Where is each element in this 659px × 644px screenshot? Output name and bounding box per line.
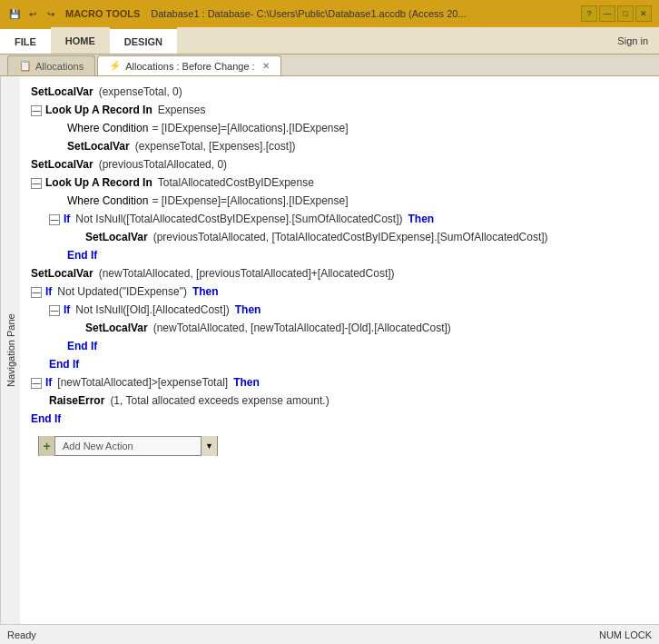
tab-close-icon[interactable]: ✕ (262, 61, 270, 71)
action-param-setlocalvar1: (expenseTotal, 0) (99, 85, 182, 98)
tab-before-change[interactable]: ⚡ Allocations : Before Change : ✕ (97, 55, 280, 75)
action-name-setlocalvar3: SetLocalVar (31, 158, 93, 171)
minimize-button[interactable]: — (599, 5, 615, 22)
title-bar-icons: 💾 ↩ ↪ (7, 6, 58, 21)
sign-in[interactable]: Sign in (606, 27, 659, 54)
action-target-lookup1: Expenses (158, 104, 206, 116)
save-icon[interactable]: 💾 (7, 6, 22, 21)
action-lookup1[interactable]: — Look Up A Record In Expenses (24, 102, 655, 120)
action-name-lookup1: Look Up A Record In (45, 104, 152, 116)
ribbon: FILE HOME DESIGN Sign in (0, 27, 659, 54)
ribbon-tab-file[interactable]: FILE (0, 27, 51, 54)
action-raiseerror[interactable]: RaiseError (1, Total allocated exceeds e… (24, 392, 655, 411)
where-condition1[interactable]: Where Condition = [IDExpense]=[Allocatio… (24, 120, 655, 138)
main-container: Navigation Pane SetLocalVar (expenseTota… (0, 76, 659, 624)
if-condition4: [newTotalAllocated]>[expenseTotal] (57, 376, 228, 389)
action-name-setlocalvar6: SetLocalVar (85, 322, 148, 334)
action-param-setlocalvar4: (previousTotalAllocated, [TotalAllocated… (153, 231, 548, 243)
add-action-dropdown-icon[interactable]: ▼ (201, 436, 217, 456)
action-param-setlocalvar5: (newTotalAllocated, [previousTotalAlloca… (99, 267, 395, 280)
action-name-lookup2: Look Up A Record In (45, 176, 152, 189)
where-param1: = [IDExpense]=[Allocations].[IDExpense] (152, 122, 348, 134)
ribbon-tab-design[interactable]: DESIGN (110, 27, 177, 54)
maximize-button[interactable]: □ (617, 5, 634, 22)
end-if-label1: End If (67, 249, 97, 262)
then-keyword2: Then (192, 285, 219, 298)
action-setlocalvar3[interactable]: SetLocalVar (previousTotalAllocated, 0) (24, 156, 655, 174)
action-target-lookup2: TotalAllocatedCostByIDExpense (158, 176, 314, 189)
title-bar-controls: ? — □ ✕ (581, 5, 652, 22)
action-param-setlocalvar3: (previousTotalAllocated, 0) (99, 158, 227, 171)
action-name-setlocalvar4: SetLocalVar (85, 231, 148, 243)
if-keyword4: If (45, 376, 52, 389)
action-name-setlocalvar1: SetLocalVar (31, 85, 93, 98)
action-param-setlocalvar6: (newTotalAllocated, [newTotalAllocated]-… (153, 322, 451, 334)
num-lock: NUM LOCK (599, 629, 652, 640)
action-setlocalvar1[interactable]: SetLocalVar (expenseTotal, 0) (24, 84, 655, 102)
redo-icon[interactable]: ↪ (44, 6, 58, 21)
if-block1[interactable]: — If Not IsNull([TotalAllocatedCostByIDE… (24, 211, 655, 229)
undo-icon[interactable]: ↩ (25, 6, 40, 21)
endif2: End If (24, 338, 655, 356)
nav-pane-label: Navigation Pane (5, 313, 16, 387)
if-condition1: Not IsNull([TotalAllocatedCostByIDExpens… (75, 213, 402, 225)
end-if-label4: End If (31, 412, 61, 425)
if-condition2: Not Updated("IDExpense") (57, 285, 187, 298)
help-button[interactable]: ? (581, 5, 597, 22)
add-icon: + (39, 436, 55, 456)
endif1: End If (24, 247, 655, 265)
end-if-label3: End If (49, 358, 79, 371)
macro-icon: ⚡ (109, 60, 122, 72)
table-icon: 📋 (19, 60, 32, 72)
title-bar: 💾 ↩ ↪ MACRO TOOLS Database1 : Database- … (0, 0, 659, 27)
status-ready: Ready (7, 629, 36, 640)
action-name-raiseerror: RaiseError (49, 394, 104, 407)
where-param2: = [IDExpense]=[Allocations].[IDExpense] (152, 194, 348, 207)
if-block2[interactable]: — If Not Updated("IDExpense") Then (24, 283, 655, 302)
collapse-btn-if1[interactable]: — (49, 214, 60, 225)
then-keyword3: Then (235, 303, 261, 316)
tab-bar: 📋 Allocations ⚡ Allocations : Before Cha… (0, 54, 659, 76)
action-setlocalvar5[interactable]: SetLocalVar (newTotalAllocated, [previou… (24, 265, 655, 283)
tab-allocations[interactable]: 📋 Allocations (7, 55, 95, 75)
if-block4[interactable]: — If [newTotalAllocated]>[expenseTotal] … (24, 374, 655, 392)
if-keyword2: If (45, 285, 52, 298)
collapse-btn-if3[interactable]: — (49, 305, 60, 316)
if-keyword1: If (64, 213, 70, 225)
action-setlocalvar6[interactable]: SetLocalVar (newTotalAllocated, [newTota… (24, 320, 655, 338)
action-name-setlocalvar2: SetLocalVar (67, 140, 130, 153)
if-keyword3: If (64, 303, 70, 316)
window-title: Database1 : Database- C:\Users\Public\Da… (151, 8, 581, 19)
add-action-label: Add New Action (55, 441, 201, 451)
end-if-label2: End If (67, 340, 97, 352)
close-button[interactable]: ✕ (635, 5, 652, 22)
then-keyword1: Then (408, 213, 435, 225)
tab-allocations-label: Allocations (35, 61, 84, 72)
action-setlocalvar2[interactable]: SetLocalVar (expenseTotal, [Expenses].[c… (24, 138, 655, 156)
where-label2: Where Condition (67, 194, 148, 207)
endif3: End If (24, 356, 655, 374)
where-condition2[interactable]: Where Condition = [IDExpense]=[Allocatio… (24, 193, 655, 211)
endif4: End If (24, 411, 655, 429)
add-new-action-button[interactable]: + Add New Action ▼ (38, 436, 218, 456)
tab-before-change-label: Allocations : Before Change : (125, 61, 254, 72)
ribbon-tab-home[interactable]: HOME (51, 27, 110, 54)
add-action-bar: + Add New Action ▼ (31, 429, 655, 463)
collapse-btn-if4[interactable]: — (31, 378, 42, 389)
status-bar: Ready NUM LOCK (0, 624, 659, 644)
navigation-pane[interactable]: Navigation Pane (0, 76, 20, 624)
collapse-btn-lookup2[interactable]: — (31, 178, 42, 189)
action-param-setlocalvar2: (expenseTotal, [Expenses].[cost]) (135, 140, 296, 153)
if-condition3: Not IsNull([Old].[AllocatedCost]) (75, 303, 229, 316)
if-block3[interactable]: — If Not IsNull([Old].[AllocatedCost]) T… (24, 302, 655, 320)
action-lookup2[interactable]: — Look Up A Record In TotalAllocatedCost… (24, 174, 655, 193)
action-setlocalvar4[interactable]: SetLocalVar (previousTotalAllocated, [To… (24, 229, 655, 247)
action-name-setlocalvar5: SetLocalVar (31, 267, 93, 280)
collapse-btn-lookup1[interactable]: — (31, 105, 42, 116)
macro-tools-label: MACRO TOOLS (65, 8, 140, 19)
macro-editor: SetLocalVar (expenseTotal, 0) — Look Up … (20, 76, 659, 624)
then-keyword4: Then (233, 376, 260, 389)
where-label1: Where Condition (67, 122, 148, 134)
action-param-raiseerror: (1, Total allocated exceeds expense amou… (110, 394, 329, 407)
collapse-btn-if2[interactable]: — (31, 287, 42, 298)
